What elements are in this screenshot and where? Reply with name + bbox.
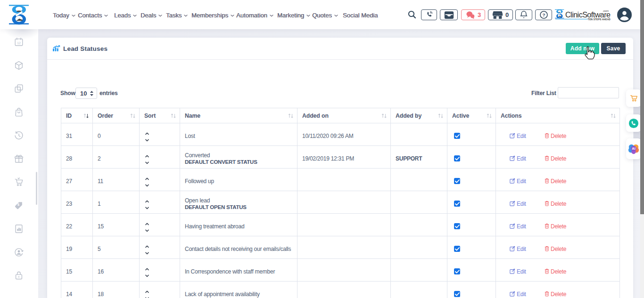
svg-text:12: 12 [17, 41, 21, 45]
svg-text:$: $ [17, 202, 19, 207]
svg-text:.com: .com [603, 9, 609, 12]
svg-text:?: ? [542, 12, 545, 17]
svg-text:AI: AI [632, 146, 635, 151]
svg-text:TEN STEPS AHEAD: TEN STEPS AHEAD [588, 18, 611, 21]
